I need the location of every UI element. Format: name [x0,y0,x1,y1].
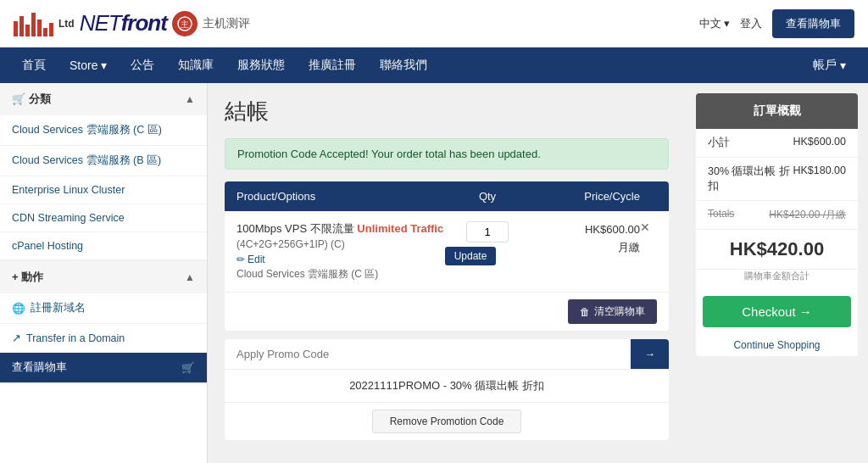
bar4 [31,13,36,36]
clear-cart-button[interactable]: 🗑 清空購物車 [568,299,657,324]
cart-row: 100Mbps VPS 不限流量 Unlimited Traffic (4C+2… [225,211,669,293]
cart-table-header: Product/Options Qty Price/Cycle [225,181,669,211]
col-header-price: Price/Cycle [530,190,640,203]
main-layout: 🛒 分類 ▲ Cloud Services 雲端服務 (C 區) Cloud S… [0,83,868,463]
login-button[interactable]: 登入 [740,16,762,31]
logo-ltd: Ltd [58,18,75,30]
quantity-input[interactable] [466,221,509,243]
nav-home[interactable]: 首頁 [10,47,58,83]
bar5 [37,20,42,36]
header-right: 中文 ▾ 登入 查看購物車 [699,9,854,38]
item-price: HK$600.00 [530,221,640,239]
success-banner: Promotion Code Accepted! Your order tota… [225,138,669,170]
plus-icon: + [12,271,19,283]
sidebar-actions-header: + 動作 ▲ [0,261,207,293]
logo-area: Ltd NETfront 主 主机测评 [14,10,250,36]
chevron-down-icon: ▾ [101,59,107,72]
page-title: 結帳 [225,97,669,126]
chevron-up-icon: ▲ [185,93,195,105]
sidebar-item-enterprise[interactable]: Enterprise Linux Cluster [0,176,207,204]
pencil-icon: ✏ [236,254,245,265]
product-category: Cloud Services 雲端服務 (C 區) [236,267,445,282]
promo-input-row: → [225,339,669,370]
cart-qty-cell: Update [445,221,530,265]
nav-knowledge[interactable]: 知識庫 [166,47,225,83]
summary-discount-row: 30% 循環出帳 折扣 HK$180.00 [696,158,858,201]
summary-box: 訂單概觀 小計 HK$600.00 30% 循環出帳 折扣 HK$180.00 … [696,93,858,356]
nav-account[interactable]: 帳戶 ▾ [801,47,858,83]
nav-announcement[interactable]: 公告 [119,47,166,83]
col-header-product: Product/Options [236,190,445,203]
sidebar-actions-section: + 動作 ▲ 🌐 註冊新域名 ↗ Transfer in a Domain 查看… [0,261,207,384]
sidebar-item-cloud-b[interactable]: Cloud Services 雲端服務 (B 區) [0,146,207,176]
product-specs: (4C+2G+256G+1IP) (C) [236,238,445,250]
sidebar-item-cpanel[interactable]: cPanel Hosting [0,232,207,260]
subtotal-label: 小計 [708,136,730,150]
nav-bar: 首頁 Store ▾ 公告 知識庫 服務狀態 推廣註冊 聯絡我們 帳戶 ▾ [0,47,868,83]
totals-value: HK$420.00 /月繳 [769,208,846,222]
promo-section: → 20221111PROMO - 30% 循環出帳 折扣 Remove Pro… [225,339,669,440]
sidebar-item-register-domain[interactable]: 🌐 註冊新域名 [0,293,207,324]
logo-bars-icon [14,11,53,36]
order-summary-panel: 訂單概觀 小計 HK$600.00 30% 循環出帳 折扣 HK$180.00 … [686,83,868,463]
summary-subtotal-row: 小計 HK$600.00 [696,129,858,158]
subtotal-value: HK$600.00 [793,136,846,150]
product-name: 100Mbps VPS 不限流量 Unlimited Traffic [236,221,445,237]
promo-code-input[interactable] [225,339,631,369]
sidebar-item-transfer-domain[interactable]: ↗ Transfer in a Domain [0,324,207,353]
item-cycle: 月繳 [530,239,640,257]
col-header-qty: Qty [445,190,530,203]
summary-total-sublabel: 購物車金額合計 [696,270,858,289]
view-cart-header-button[interactable]: 查看購物車 [772,9,854,38]
discount-label: 30% 循環出帳 折扣 [708,165,793,193]
cart-table: Product/Options Qty Price/Cycle 100Mbps … [225,181,669,331]
continue-shopping-link[interactable]: Continue Shopping [696,334,858,356]
summary-totals-row: Totals HK$420.00 /月繳 [696,201,858,230]
bar2 [19,16,24,36]
trash-icon: 🗑 [580,306,590,318]
nav-promo[interactable]: 推廣註冊 [297,47,368,83]
cart-icon: 🛒 [181,361,195,374]
apply-promo-button[interactable]: → [631,339,669,369]
svg-text:主: 主 [181,20,189,29]
sidebar-item-cloud-c[interactable]: Cloud Services 雲端服務 (C 區) [0,115,207,146]
sidebar: 🛒 分類 ▲ Cloud Services 雲端服務 (C 區) Cloud S… [0,83,208,463]
transfer-icon: ↗ [12,332,21,344]
remove-promo-button[interactable]: Remove Promotion Code [372,410,522,433]
cart-footer: 🗑 清空購物車 [225,293,669,331]
logo-circle-icon: 主 [172,11,198,36]
remove-item-button[interactable]: ✕ [640,220,650,234]
chevron-down-icon: ▾ [724,17,730,30]
cart-product-info: 100Mbps VPS 不限流量 Unlimited Traffic (4C+2… [236,221,445,282]
nav-store[interactable]: Store ▾ [58,47,119,83]
promo-code-display: 20221111PROMO - 30% 循環出帳 折扣 [225,370,669,403]
chevron-down-icon: ▾ [840,59,846,72]
bar6 [43,28,47,36]
bar1 [14,21,18,36]
sidebar-categories-section: 🛒 分類 ▲ Cloud Services 雲端服務 (C 區) Cloud S… [0,83,207,261]
chevron-up-icon: ▲ [185,271,195,283]
sidebar-item-view-cart[interactable]: 查看購物車 🛒 [0,353,207,383]
logo-cn-subtitle: 主机测评 [203,16,250,31]
header: Ltd NETfront 主 主机测评 中文 ▾ 登入 查看購物車 [0,0,868,47]
content-area: 結帳 Promotion Code Accepted! Your order t… [208,83,686,463]
discount-value: HK$180.00 [793,165,846,193]
checkout-button[interactable]: Checkout → [703,296,851,327]
remove-item-cell: ✕ [640,221,657,234]
summary-title: 訂單概觀 [696,93,858,129]
cart-price-cell: HK$600.00 月繳 [530,221,640,257]
update-qty-button[interactable]: Update [445,247,496,265]
bar3 [25,25,30,36]
edit-product-link[interactable]: ✏ Edit [236,254,445,265]
summary-total-amount: HK$420.00 [696,230,858,270]
sidebar-categories-header: 🛒 分類 ▲ [0,83,207,115]
logo-netfront: NETfront [80,10,167,36]
language-button[interactable]: 中文 ▾ [699,16,730,31]
totals-label: Totals [708,208,734,222]
globe-icon: 🌐 [12,302,25,315]
sidebar-item-cdn[interactable]: CDN Streaming Service [0,204,207,232]
bar7 [49,23,53,36]
cart-icon: 🛒 [12,92,25,105]
nav-status[interactable]: 服務狀態 [225,47,297,83]
nav-contact[interactable]: 聯絡我們 [368,47,439,83]
